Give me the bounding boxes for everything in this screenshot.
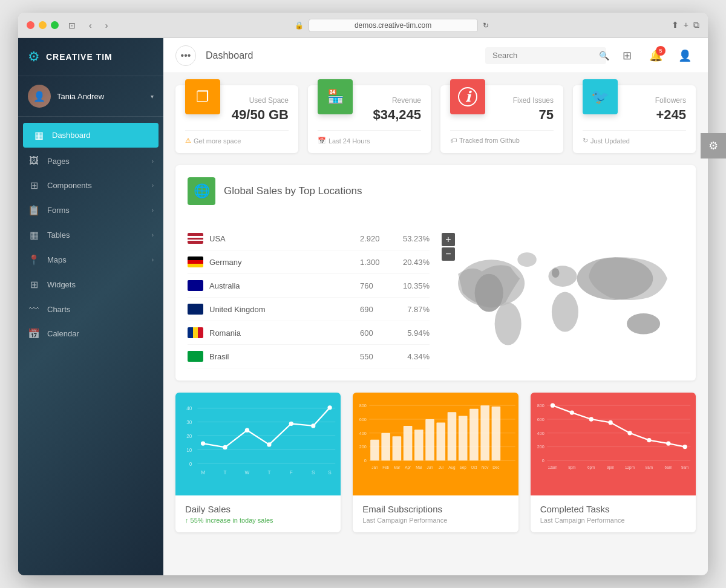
chevron-right-icon: › [152, 158, 154, 165]
maximize-button[interactable] [51, 21, 59, 29]
back-button[interactable]: ‹ [85, 18, 96, 33]
chevron-right-icon: › [152, 256, 154, 263]
svg-text:10: 10 [186, 448, 192, 453]
chart-subtitle-tasks: Last Campaign Performance [540, 517, 686, 524]
svg-text:Mai: Mai [416, 465, 422, 469]
notifications-button[interactable]: 🔔 5 [645, 45, 667, 67]
calendar-icon: 📅 [28, 328, 40, 339]
nav-label: Maps [47, 255, 145, 264]
zoom-in-button[interactable]: + [442, 233, 455, 246]
svg-text:Nov: Nov [482, 465, 489, 469]
new-tab-icon[interactable]: + [684, 20, 688, 30]
chart-card-daily-sales: 40 30 20 10 0 [175, 393, 341, 532]
svg-rect-54 [492, 407, 501, 460]
search-input[interactable] [492, 51, 594, 60]
sidebar-item-dashboard[interactable]: ▦ Dashboard [23, 123, 159, 148]
revenue-icon-box: 🏪 [318, 79, 353, 114]
svg-point-77 [550, 403, 554, 408]
svg-text:F: F [290, 470, 293, 475]
sales-row-brasil: Brasil 550 4.34% [188, 345, 430, 368]
sidebar-item-maps[interactable]: 📍 Maps › [18, 247, 163, 272]
chart-title-email: Email Subscriptions [362, 504, 508, 514]
sales-header: 🌐 Global Sales by Top Locations [188, 177, 684, 205]
sales-title: Global Sales by Top Locations [224, 185, 362, 197]
used-space-footer-text: Get more space [194, 137, 241, 145]
svg-rect-45 [393, 436, 402, 460]
fixed-issues-icon-box: ℹ [450, 79, 485, 114]
svg-rect-43 [370, 440, 379, 461]
nav-label: Calendar [47, 329, 154, 338]
forward-button[interactable]: › [102, 18, 112, 33]
svg-point-79 [589, 417, 593, 421]
svg-text:20: 20 [186, 434, 192, 439]
chart-card-completed-tasks: 800 600 400 200 0 [531, 393, 696, 532]
share-icon[interactable]: ⬆ [672, 20, 679, 30]
sidebar-item-charts[interactable]: 〰 Charts [18, 297, 163, 321]
sales-row-romania: Romania 600 5.94% [188, 321, 430, 345]
nav-label: Dashboard [52, 131, 149, 140]
sidebar-user[interactable]: 👤 Tania Andrew ▾ [18, 76, 163, 117]
country-pct: 5.94% [396, 328, 430, 338]
avatar-image: 👤 [28, 85, 51, 108]
svg-text:T: T [267, 470, 270, 475]
close-button[interactable] [27, 21, 34, 29]
svg-point-8 [552, 268, 560, 278]
sidebar-toggle-icon[interactable]: ⊡ [65, 18, 79, 33]
notification-badge: 5 [656, 46, 666, 56]
svg-point-78 [569, 410, 574, 414]
nav-label: Components [47, 181, 145, 190]
country-name: United Kingdom [209, 305, 354, 314]
sales-row-germany: Germany 1.300 20.43% [188, 250, 430, 274]
country-name: Brasil [209, 352, 354, 361]
sidebar-item-widgets[interactable]: ⊞ Widgets [18, 272, 163, 297]
svg-rect-49 [437, 422, 446, 460]
sidebar-item-pages[interactable]: 🖼 Pages › [18, 149, 163, 173]
svg-point-81 [627, 431, 632, 435]
minimize-button[interactable] [39, 21, 47, 29]
copy-icon: ❐ [196, 88, 209, 105]
svg-text:Oct: Oct [471, 465, 477, 469]
svg-rect-46 [404, 426, 413, 460]
url-bar[interactable]: demos.creative-tim.com [309, 19, 478, 32]
country-name: Germany [209, 258, 354, 267]
sidebar-item-forms[interactable]: 📋 Forms › [18, 198, 163, 223]
profile-button[interactable]: 👤 [674, 45, 696, 67]
sidebar-item-components[interactable]: ⊞ Components › [18, 173, 163, 198]
bottom-charts: 40 30 20 10 0 [175, 393, 696, 532]
grid-view-button[interactable]: ⊞ [616, 45, 638, 67]
svg-point-83 [666, 441, 670, 445]
page-title: Dashboard [206, 50, 476, 61]
country-pct: 10.35% [396, 281, 430, 290]
svg-point-21 [245, 428, 249, 433]
sidebar-content: ⚙ CREATIVE TIM 👤 Tania Andrew ▾ ▦ Dashbo… [18, 38, 163, 575]
refresh-icon[interactable]: ↻ [483, 21, 489, 30]
svg-point-7 [517, 252, 536, 267]
svg-point-3 [548, 266, 577, 287]
sidebar-item-calendar[interactable]: 📅 Calendar [18, 321, 163, 346]
global-sales-card: 🌐 Global Sales by Top Locations USA 2.92… [175, 165, 696, 381]
search-bar: 🔍 [485, 47, 606, 64]
topbar-icons: ⊞ 🔔 5 👤 [616, 45, 696, 67]
svg-point-84 [682, 445, 687, 449]
user-name: Tania Andrew [57, 92, 145, 101]
sales-row-usa: USA 2.920 53.23% [188, 227, 430, 250]
country-num: 600 [360, 328, 390, 338]
search-icon[interactable]: 🔍 [599, 51, 609, 60]
svg-text:S: S [312, 470, 315, 475]
chevron-down-icon: ▾ [151, 93, 154, 100]
chart-canvas-email: 800 600 400 200 0 [353, 393, 518, 495]
menu-button[interactable]: ••• [175, 45, 196, 66]
sales-table-container: USA 2.920 53.23% Germany 1.300 20.43% [188, 227, 430, 368]
svg-text:Aug: Aug [449, 465, 456, 470]
svg-text:0: 0 [364, 458, 367, 463]
tabs-icon[interactable]: ⧉ [693, 20, 699, 30]
content-area: ❐ Used Space 49/50 GB ⚠ Get more space [163, 73, 708, 575]
sidebar-item-tables[interactable]: ▦ Tables › [18, 223, 163, 247]
stat-card-used-space: ❐ Used Space 49/50 GB ⚠ Get more space [175, 85, 298, 153]
world-map-svg [442, 231, 684, 364]
zoom-out-button[interactable]: − [442, 247, 455, 261]
settings-gear-button[interactable]: ⚙ [701, 133, 708, 158]
svg-text:Jan: Jan [372, 465, 379, 469]
tag-icon: 🏷 [450, 137, 457, 144]
warning-icon: ⚠ [185, 137, 191, 145]
